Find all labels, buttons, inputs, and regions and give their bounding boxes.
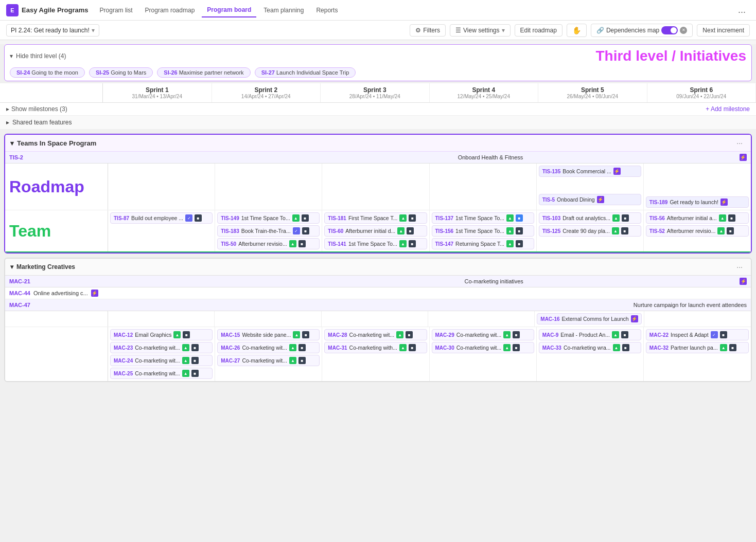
third-level-label: Third level / Initiatives: [595, 48, 746, 64]
app-name: Easy Agile Programs: [22, 6, 89, 14]
tis183-dark: ■: [302, 227, 309, 234]
view-settings-button[interactable]: ☰ View settings ▾: [450, 24, 510, 37]
mac-sprint6-cell: MAC-22 Inspect & Adapt ✓ ■ MAC-32 Partne…: [644, 327, 751, 381]
nav-program-list[interactable]: Program list: [95, 4, 138, 17]
edit-roadmap-button[interactable]: Edit roadmap: [515, 24, 562, 37]
tis181-card[interactable]: TIS-181 First Time Space T... ▲ ■: [324, 212, 427, 224]
marketing-dots[interactable]: ···: [733, 262, 746, 272]
tis-sprint4-cell: TIS-137 1st Time Space To... ▲ ■ TIS-156…: [430, 210, 537, 251]
tis135-card[interactable]: TIS-135 Book Commercial ... ⚡: [539, 166, 641, 177]
mac23-card[interactable]: MAC-23 Co-marketing wit... ▲ ■: [110, 342, 213, 353]
hand-tool-button[interactable]: ✋: [567, 24, 587, 37]
nav-reports[interactable]: Reports: [311, 4, 343, 17]
app-logo[interactable]: E Easy Agile Programs: [6, 4, 89, 16]
app-logo-icon: E: [6, 4, 19, 16]
tis52-card[interactable]: TIS-52 Afterburner revisio... ▲ ■: [646, 225, 749, 237]
mac30-card[interactable]: MAC-30 Co-marketing wit... ▲ ■: [432, 342, 534, 353]
tis147-card[interactable]: TIS-147 Returning Space T... ▲ ■: [432, 238, 534, 249]
tis103-green: ▲: [612, 214, 620, 222]
third-level-header-label: Hide third level (4): [16, 52, 66, 60]
nav-program-board[interactable]: Program board: [202, 3, 256, 17]
tis125-dark: ■: [621, 227, 628, 234]
hand-icon: ✋: [572, 26, 581, 34]
pi-selector[interactable]: PI 2.24: Get ready to launch! ▾: [6, 24, 99, 37]
milestones-label: Show milestones (3): [11, 105, 67, 113]
tis183-card[interactable]: TIS-183 Book Train-the-Tra... ✓ ■: [217, 225, 320, 237]
mac16-card[interactable]: MAC-16 External Comms for Launch ⚡: [537, 313, 641, 324]
chip-si27[interactable]: SI-27 Launch Individual Space Trip: [255, 67, 356, 78]
shared-features-row[interactable]: ▸ Shared team features: [0, 116, 756, 130]
filters-button[interactable]: ⚙ Filters: [410, 24, 446, 37]
third-level-header[interactable]: ▾ Hide third level (4) Third level / Ini…: [10, 48, 746, 64]
tis125-card[interactable]: TIS-125 Create 90 day pla... ▲ ■: [539, 225, 641, 237]
sprint5-roadmap-cell: TIS-135 Book Commercial ... ⚡ TIS-5 Onbo…: [537, 164, 644, 210]
mac25-card[interactable]: MAC-25 Co-marketing wit... ▲ ■: [110, 368, 213, 379]
mac21-row[interactable]: MAC-21 Co-marketing initiatives ⚡: [5, 276, 751, 287]
nav-team-planning[interactable]: Team planning: [258, 4, 309, 17]
tis60-dark: ■: [407, 227, 414, 234]
sprint-headers: Sprint 1 31/Mar/24 • 13/Apr/24 Sprint 2 …: [0, 83, 756, 103]
filters-icon: ⚙: [415, 27, 421, 34]
mac44-row[interactable]: MAC-44 Online advertising c... ⚡: [5, 287, 751, 299]
dependencies-close-icon[interactable]: ✕: [680, 27, 687, 34]
tis141-card[interactable]: TIS-141 1st Time Space To... ▲ ■: [324, 238, 427, 249]
nav-more-dots[interactable]: ...: [734, 3, 750, 17]
tis189-title: Get ready to launch!: [670, 199, 718, 205]
mac26-card[interactable]: MAC-26 Co-marketing wit... ▲ ■: [217, 342, 320, 353]
sprint-6-header: Sprint 6 09/Jun/24 • 22/Jun/24: [647, 83, 757, 102]
mac24-card[interactable]: MAC-24 Co-marketing wit... ▲ ■: [110, 355, 213, 366]
chip-si25[interactable]: SI-25 Going to Mars: [89, 67, 153, 78]
milestones-row: ▸ Show milestones (3) + Add milestone: [0, 103, 756, 116]
next-increment-button[interactable]: Next increment: [697, 24, 750, 37]
main-content: ▾ Hide third level (4) Third level / Ini…: [0, 44, 756, 542]
tis189-card[interactable]: TIS-189 Get ready to launch! ⚡: [646, 196, 749, 208]
tis137-card[interactable]: TIS-137 1st Time Space To... ▲ ■: [432, 212, 534, 224]
mac33-card[interactable]: MAC-33 Co-marketing wra... ▲ ■: [539, 342, 641, 353]
roadmap-big-label: Roadmap: [9, 177, 84, 196]
tis135-id: TIS-135: [542, 169, 561, 174]
marketing-title-row[interactable]: ▾ Marketing Creatives: [10, 263, 75, 270]
tis56-card[interactable]: TIS-56 Afterburner initial a... ▲ ■: [646, 212, 749, 224]
third-level-chips: SI-24 Going to the moon SI-25 Going to M…: [10, 67, 746, 78]
dependencies-map-label: Dependencies map: [606, 27, 659, 34]
teams-in-space-title-row[interactable]: ▾ Teams In Space Program: [10, 139, 96, 147]
sprint-5-header: Sprint 5 26/May/24 • 08/Jun/24: [538, 83, 647, 102]
tis147-dark: ■: [516, 240, 523, 247]
mac9-card[interactable]: MAC-9 Email - Product An... ▲ ■: [539, 329, 641, 340]
mac28-card[interactable]: MAC-28 Co-marketing wit... ▲ ■: [324, 329, 427, 340]
shared-features-chevron: ▸: [6, 119, 9, 126]
dependencies-toggle[interactable]: [661, 26, 678, 34]
edit-roadmap-label: Edit roadmap: [520, 27, 557, 34]
tis-sprint1-cell: TIS-87 Build out employee ... ✓ ■: [108, 210, 215, 251]
mac32-card[interactable]: MAC-32 Partner launch pa... ▲ ■: [646, 342, 749, 353]
tis149-card[interactable]: TIS-149 1st Time Space To... ▲ ■: [217, 212, 320, 224]
milestones-chevron: ▸: [6, 105, 9, 113]
tis5-card[interactable]: TIS-5 Onboard Dining ⚡: [539, 194, 641, 205]
mac15-card[interactable]: MAC-15 Website side pane... ▲ ■: [217, 329, 320, 340]
chip-si26[interactable]: SI-26 Maximise partner network: [157, 67, 250, 78]
teams-in-space-dots[interactable]: ···: [733, 138, 746, 148]
tis50-card[interactable]: TIS-50 Afterburner revisio... ▲ ■: [217, 238, 320, 249]
show-milestones-button[interactable]: ▸ Show milestones (3): [6, 105, 67, 113]
dependencies-map-button[interactable]: 🔗 Dependencies map ✕: [591, 24, 693, 37]
pi-selector-label: PI 2.24: Get ready to launch!: [11, 27, 90, 34]
mac27-card[interactable]: MAC-27 Co-marketing wit... ▲ ■: [217, 355, 320, 366]
tis52-green: ▲: [717, 227, 725, 234]
mac12-card[interactable]: MAC-12 Email Graphics ▲ ■: [110, 329, 213, 340]
nav-program-roadmap[interactable]: Program roadmap: [140, 4, 200, 17]
tis156-card[interactable]: TIS-156 1st Time Space To... ▲ ■: [432, 225, 534, 237]
tis2-feature-row[interactable]: TIS-2 Onboard Health & Fitness ⚡: [5, 152, 751, 164]
tis87-card[interactable]: TIS-87 Build out employee ... ✓ ■: [110, 212, 213, 224]
tis141-dark: ■: [409, 240, 416, 247]
tis56-dark: ■: [728, 214, 735, 222]
chip-si24[interactable]: SI-24 Going to the moon: [10, 67, 85, 78]
mac22-card[interactable]: MAC-22 Inspect & Adapt ✓ ■: [646, 329, 749, 340]
tis103-card[interactable]: TIS-103 Draft out analytics... ▲ ■: [539, 212, 641, 224]
mac31-card[interactable]: MAC-31 Co-marketing with... ▲ ■: [324, 342, 427, 353]
tis60-card[interactable]: TIS-60 Afterburner initial d... ▲ ■: [324, 225, 427, 237]
mac47-row[interactable]: MAC-47 Nurture campaign for launch event…: [5, 299, 751, 311]
link-icon: 🔗: [596, 27, 604, 34]
mac-sprint1-cell: MAC-12 Email Graphics ▲ ■ MAC-23 Co-mark…: [108, 327, 215, 381]
add-milestone-button[interactable]: + Add milestone: [706, 105, 750, 113]
mac29-card[interactable]: MAC-29 Co-marketing wit... ▲ ■: [432, 329, 534, 340]
